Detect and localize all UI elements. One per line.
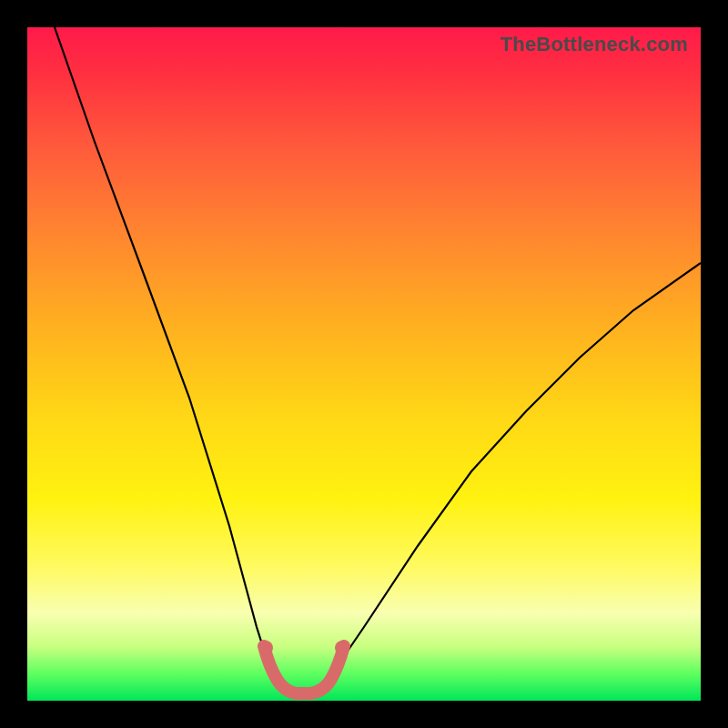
chart-frame: TheBottleneck.com bbox=[0, 0, 728, 728]
flat-bottom-highlight bbox=[264, 646, 344, 693]
flat-bottom-dot-right bbox=[335, 641, 349, 655]
curve-svg bbox=[27, 27, 701, 701]
plot-area: TheBottleneck.com bbox=[27, 27, 701, 701]
flat-bottom-dot-left bbox=[258, 641, 273, 655]
bottleneck-curve bbox=[55, 27, 701, 694]
